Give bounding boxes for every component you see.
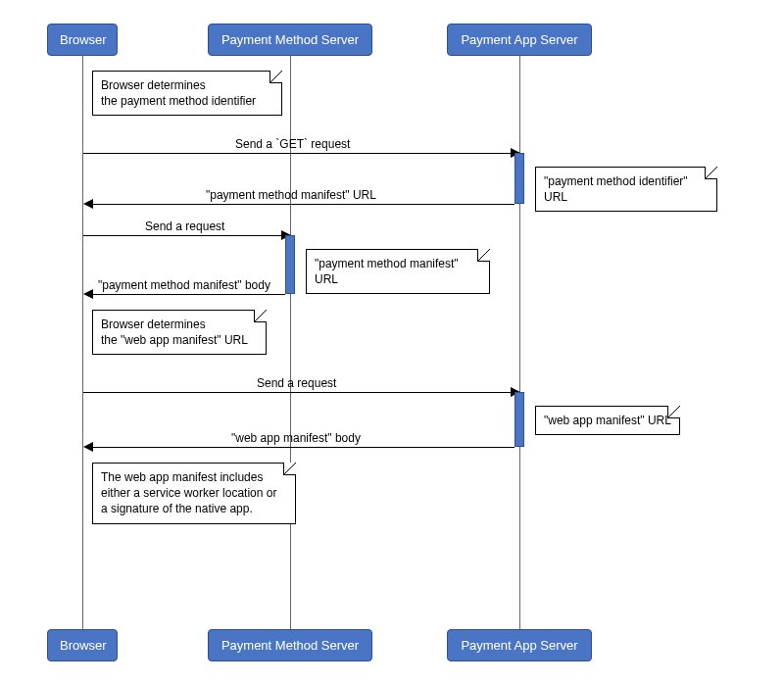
msg-line-get [83, 153, 511, 154]
msg-head-wam-body [83, 442, 93, 452]
msg-label-send-req-pas: Send a request [257, 376, 336, 390]
participant-pms-bottom: Payment Method Server [208, 629, 372, 661]
msg-head-pmm-url [83, 199, 93, 209]
msg-line-send-req-pas [83, 392, 511, 393]
msg-line-pmm-url [93, 204, 514, 205]
note-wam-url: "web app manifest" URL [535, 406, 680, 435]
msg-head-pmm-body [83, 289, 93, 299]
msg-label-get: Send a `GET` request [235, 137, 350, 151]
activation-pas-2 [514, 392, 524, 447]
msg-label-pmm-body: "payment method manifest" body [98, 278, 270, 292]
activation-pas-1 [514, 153, 524, 204]
participant-browser-bottom: Browser [47, 629, 118, 661]
msg-label-wam-body: "web app manifest" body [231, 431, 361, 445]
activation-pms-1 [285, 235, 295, 294]
note-pmm-url: "payment method manifest" URL [306, 249, 490, 294]
msg-label-pmm-url: "payment method manifest" URL [206, 188, 376, 202]
participant-pas-top: Payment App Server [447, 24, 592, 56]
participant-browser-top: Browser [47, 24, 118, 56]
msg-line-wam-body [93, 447, 514, 448]
msg-label-send-req-pms: Send a request [145, 220, 224, 233]
lifeline-pas [519, 55, 520, 629]
note-wam-includes: The web app manifest includes either a s… [92, 463, 296, 524]
lifeline-browser [82, 55, 83, 629]
note-browser-determines-pmi: Browser determines the payment method id… [92, 71, 282, 116]
msg-line-send-req-pms [83, 235, 281, 236]
note-pmi-url: "payment method identifier" URL [535, 167, 717, 212]
note-browser-determines-wam: Browser determines the "web app manifest… [92, 310, 267, 355]
msg-line-pmm-body [93, 294, 285, 295]
participant-pas-bottom: Payment App Server [447, 629, 592, 661]
participant-pms-top: Payment Method Server [208, 24, 372, 56]
